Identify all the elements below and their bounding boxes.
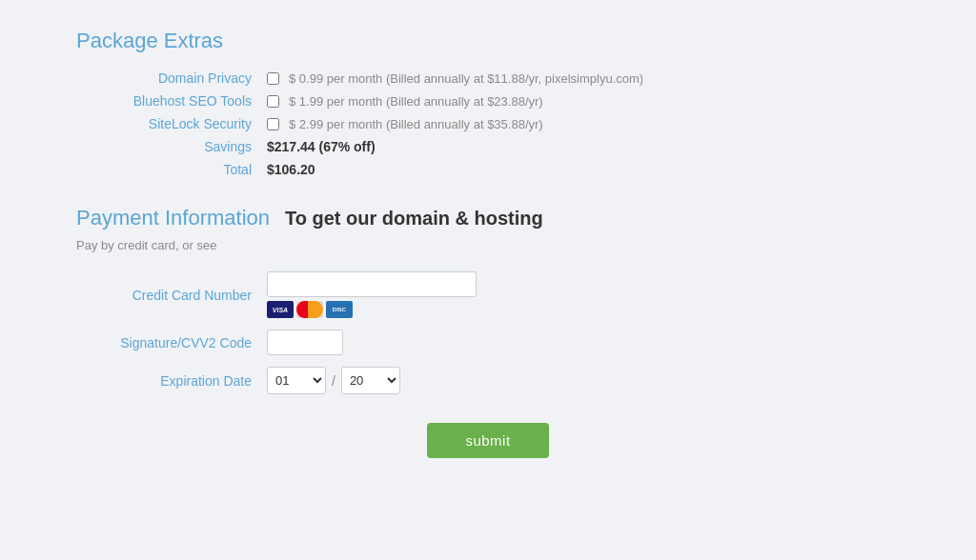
payment-header: Payment Information To get our domain & …	[76, 206, 900, 230]
savings-value: $217.44 (67% off)	[267, 139, 376, 154]
extras-row-total: Total $106.20	[76, 162, 900, 177]
payment-info-title: Payment Information	[76, 206, 270, 230]
extras-row-savings: Savings $217.44 (67% off)	[76, 139, 900, 154]
total-value: $106.20	[267, 162, 315, 177]
discover-icon: DISC	[326, 301, 353, 318]
domain-privacy-label: Domain Privacy	[76, 70, 267, 86]
expiry-month-select[interactable]: 01 02 03 04 05 06 07 08 09 10 11 12	[267, 367, 326, 394]
domain-privacy-checkbox[interactable]	[267, 72, 279, 85]
extras-row-domain-privacy: Domain Privacy $ 0.99 per month (Billed …	[76, 70, 900, 86]
extras-row-sitelock: SiteLock Security $ 2.99 per month (Bill…	[76, 116, 900, 131]
cvv-input[interactable]	[267, 330, 343, 355]
domain-privacy-description: $ 0.99 per month (Billed annually at $11…	[289, 71, 643, 86]
extras-row-seo-tools: Bluehost SEO Tools $ 1.99 per month (Bil…	[76, 93, 900, 109]
seo-tools-label: Bluehost SEO Tools	[76, 93, 267, 109]
total-label: Total	[76, 162, 267, 177]
submit-section: submit	[76, 423, 900, 458]
package-extras-title: Package Extras	[76, 29, 900, 53]
payment-form: Credit Card Number VISA DISC Signature/	[76, 271, 648, 394]
expiry-wrapper: 01 02 03 04 05 06 07 08 09 10 11 12 /	[267, 367, 400, 394]
domain-privacy-value: $ 0.99 per month (Billed annually at $11…	[267, 71, 643, 86]
sitelock-value: $ 2.99 per month (Billed annually at $35…	[267, 117, 543, 131]
sitelock-description: $ 2.99 per month (Billed annually at $35…	[289, 117, 543, 131]
sitelock-checkbox[interactable]	[267, 118, 279, 130]
visa-icon: VISA	[267, 301, 294, 318]
credit-card-label: Credit Card Number	[76, 288, 267, 303]
expiration-date-label: Expiration Date	[76, 373, 267, 389]
mastercard-icon	[296, 301, 323, 318]
cc-icons: VISA DISC	[267, 301, 477, 318]
payment-subtitle: To get our domain & hosting	[285, 208, 543, 230]
seo-tools-checkbox[interactable]	[267, 95, 279, 108]
submit-button[interactable]: submit	[427, 423, 548, 458]
seo-tools-value: $ 1.99 per month (Billed annually at $23…	[267, 94, 543, 109]
package-extras-section: Package Extras Domain Privacy $ 0.99 per…	[76, 29, 900, 177]
page-container: Package Extras Domain Privacy $ 0.99 per…	[0, 0, 976, 560]
cvv-label: Signature/CVV2 Code	[76, 335, 267, 350]
cc-input-wrapper: VISA DISC	[267, 271, 477, 318]
credit-card-input[interactable]	[267, 271, 477, 297]
payment-section: Payment Information To get our domain & …	[76, 206, 900, 394]
sitelock-label: SiteLock Security	[76, 116, 267, 131]
seo-tools-description: $ 1.99 per month (Billed annually at $23…	[289, 94, 543, 109]
cvv-row: Signature/CVV2 Code	[76, 330, 648, 355]
expiry-year-select[interactable]: 20 21 22 23 24 25 26 27 28	[341, 367, 400, 394]
expiration-date-row: Expiration Date 01 02 03 04 05 06 07 08 …	[76, 367, 648, 394]
pay-by-text: Pay by credit card, or see	[76, 238, 900, 252]
savings-label: Savings	[76, 139, 267, 154]
expiry-slash: /	[332, 373, 336, 389]
credit-card-row: Credit Card Number VISA DISC	[76, 271, 648, 318]
